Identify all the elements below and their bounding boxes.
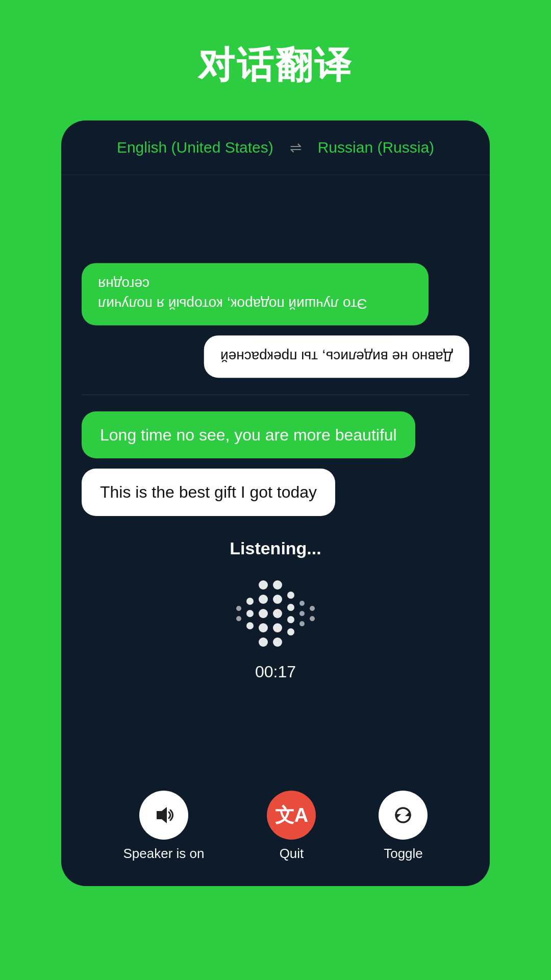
wave-col-3 [259,580,268,647]
dot [246,610,254,617]
dot [259,623,268,632]
app-title: 对话翻译 [198,41,353,90]
quit-label: Quit [280,846,304,862]
speaker-label: Speaker is on [123,846,205,862]
bubble-russian-green: Это лучший подарок, который я получил се… [82,263,429,325]
dot [246,622,254,629]
wave-col-7 [310,606,315,621]
recording-timer: 00:17 [255,663,296,681]
speaker-icon [153,804,175,826]
wave-col-6 [299,601,305,626]
speaker-button[interactable] [139,791,188,840]
dot [287,616,294,623]
waveform [236,573,315,654]
bottom-controls: Speaker is on 文A Quit Toggle [61,780,490,886]
dot [287,604,294,611]
bubble-english-white: This is the best gift I got today [82,469,335,516]
toggle-label: Toggle [384,846,423,862]
dot [236,606,241,611]
dot [287,628,294,635]
language-left[interactable]: English (United States) [117,139,273,156]
dot [236,616,241,621]
dot [310,606,315,611]
refresh-icon [392,804,414,826]
chat-area: Это лучший подарок, который я получил се… [61,175,490,780]
svg-marker-2 [396,814,401,819]
dot [299,611,305,616]
wave-col-4 [273,580,282,647]
dot [259,638,268,647]
chat-lower-section: Long time no see, you are more beautiful… [82,405,469,517]
dot [273,595,282,604]
dot [273,623,282,632]
dot [259,580,268,590]
dot [273,580,282,590]
phone-card: English (United States) ⇌ Russian (Russi… [61,120,490,886]
dot [310,616,315,621]
svg-marker-0 [157,807,167,823]
quit-control[interactable]: 文A Quit [267,791,316,862]
dot [287,592,294,599]
dot [259,595,268,604]
swap-languages-icon[interactable]: ⇌ [290,139,302,156]
dot [273,638,282,647]
dot [299,621,305,626]
toggle-control[interactable]: Toggle [379,791,428,862]
speaker-control[interactable]: Speaker is on [123,791,205,862]
bubble-english-green: Long time no see, you are more beautiful [82,411,415,459]
dot [299,601,305,606]
translate-icon: 文A [275,802,308,828]
listening-area: Listening... [82,526,469,704]
language-bar: English (United States) ⇌ Russian (Russi… [61,120,490,175]
chat-upper-section: Это лучший подарок, который я получил се… [82,191,469,395]
toggle-button[interactable] [379,791,428,840]
bubble-russian-white: Давно не виделись, ты прекрасней [204,335,469,378]
language-right[interactable]: Russian (Russia) [318,139,434,156]
dot [259,609,268,618]
wave-col-5 [287,592,294,635]
quit-button[interactable]: 文A [267,791,316,840]
listening-status: Listening... [230,538,321,558]
wave-col-2 [246,598,254,629]
wave-col-1 [236,606,241,621]
dot [246,598,254,605]
dot [273,609,282,618]
